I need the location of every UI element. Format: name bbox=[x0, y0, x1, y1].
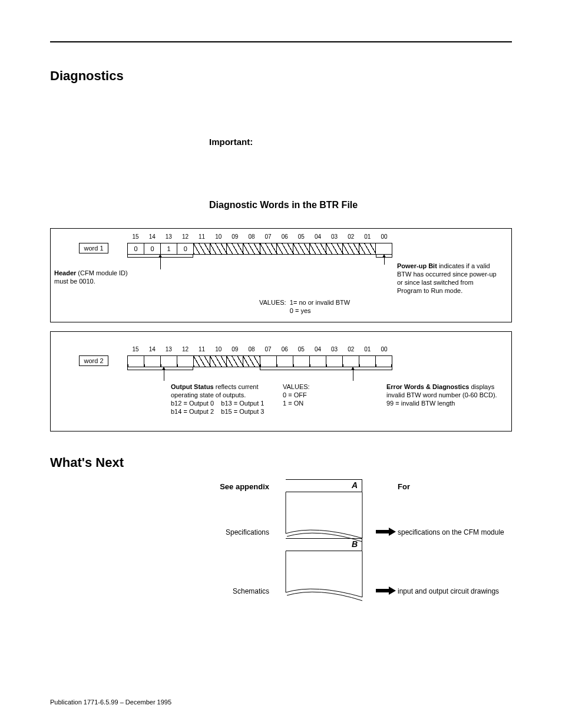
svg-marker-1 bbox=[389, 528, 396, 536]
svg-rect-0 bbox=[376, 530, 389, 533]
row-a-label: Specifications bbox=[209, 528, 280, 536]
arrow-icon bbox=[374, 528, 398, 538]
row-b-label: Schematics bbox=[209, 587, 280, 595]
word2-output-note: Output Status reflects current operating… bbox=[171, 383, 280, 416]
word1-header-note: Header (CFM module ID) must be 0010. bbox=[54, 269, 143, 285]
word2-error-note: Error Words & Diagnostics displays inval… bbox=[386, 383, 501, 407]
appendix-table: See appendix For Specifications A specif… bbox=[209, 482, 512, 609]
word2-values: VALUES: 0 = OFF 1 = ON bbox=[283, 383, 310, 407]
bit12: 0 bbox=[177, 243, 193, 255]
word1-label: word 1 bbox=[79, 243, 108, 253]
col-for: For bbox=[398, 482, 551, 491]
footer-publication: Publication 1771-6.5.99 – December 1995 bbox=[50, 699, 171, 706]
hatch bbox=[193, 243, 210, 255]
diagram-word2: word 2 15141312 11100908 07060504 030201… bbox=[50, 331, 512, 431]
row-b-for: input and output circuit drawings bbox=[398, 587, 551, 595]
word2-bitbar bbox=[127, 355, 392, 367]
important-label: Important: bbox=[209, 137, 512, 147]
svg-marker-3 bbox=[389, 587, 396, 595]
whats-next: What's Next bbox=[50, 455, 512, 470]
word1-values: VALUES: 1= no or invalid BTW VALUES: 0 =… bbox=[259, 298, 350, 315]
bit15: 0 bbox=[127, 243, 144, 255]
word1-powerup-note: Power-up Bit indicates if a valid BTW ha… bbox=[397, 262, 497, 295]
page-title: Diagnostics bbox=[50, 68, 512, 84]
col-see: See appendix bbox=[209, 482, 280, 491]
word1-bitbar: 0 0 1 0 bbox=[127, 243, 392, 255]
word2-label: word 2 bbox=[79, 355, 108, 366]
bit13: 1 bbox=[160, 243, 177, 255]
booklet-b: B bbox=[280, 538, 368, 609]
word2-bit-numbers: 15141312 11100908 07060504 03020100 bbox=[127, 346, 392, 353]
subheading: Diagnostic Words in the BTR File bbox=[209, 200, 512, 210]
word1-bit-numbers: 15141312 11100908 07060504 03020100 bbox=[127, 233, 392, 240]
row-a-for: specifications on the CFM module bbox=[398, 528, 551, 536]
svg-rect-2 bbox=[376, 589, 389, 592]
diagram-word1: word 1 15141312 11100908 07060504 030201… bbox=[50, 228, 512, 322]
bit00 bbox=[375, 243, 392, 255]
bit14: 0 bbox=[144, 243, 160, 255]
arrow-icon bbox=[374, 587, 398, 597]
